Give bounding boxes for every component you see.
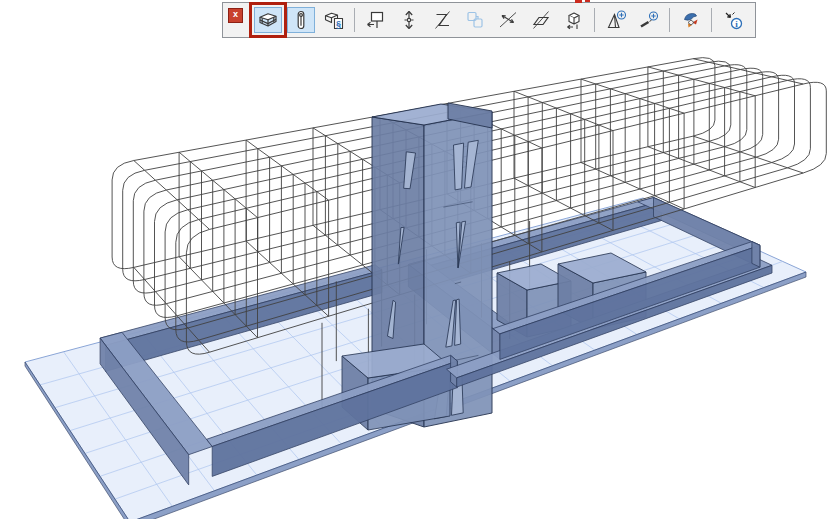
- pick-up-parameters-icon: i: [722, 9, 744, 31]
- magnify-solid-button[interactable]: [602, 7, 630, 33]
- elevate-button[interactable]: [395, 7, 423, 33]
- skew-button[interactable]: [527, 7, 555, 33]
- mirror-button[interactable]: [494, 7, 522, 33]
- workbench-tool-button[interactable]: [254, 7, 282, 33]
- magnify-line-icon: [638, 9, 660, 31]
- multiply-button: [461, 7, 489, 33]
- red-artifact: [575, 0, 582, 3]
- wall-end: [752, 242, 760, 268]
- svg-text:§: §: [335, 19, 340, 29]
- toolbar-separator: [669, 8, 670, 32]
- tower-window: [454, 143, 464, 190]
- multiply-icon: [464, 9, 486, 31]
- drag-a-copy-button[interactable]: [560, 7, 588, 33]
- elevate-icon: [398, 9, 420, 31]
- copy-settings-button[interactable]: §: [320, 7, 348, 33]
- column-tool-button[interactable]: [287, 7, 315, 33]
- visualization-button[interactable]: [677, 7, 705, 33]
- drag-button[interactable]: [362, 7, 390, 33]
- application-viewport: x § i: [0, 0, 829, 519]
- 3d-model-view[interactable]: [0, 0, 829, 519]
- rotate-button[interactable]: [428, 7, 456, 33]
- edit-elements-toolbar: x § i: [222, 2, 756, 38]
- rotate-icon: [431, 9, 453, 31]
- toolbar-separator: [711, 8, 712, 32]
- magnify-solid-icon: [605, 9, 627, 31]
- roof-beam: [648, 67, 755, 96]
- roof-beam: [693, 59, 803, 84]
- column-tool-icon: [290, 9, 312, 31]
- workbench-tool-icon: [257, 9, 279, 31]
- copy-settings-icon: §: [323, 9, 345, 31]
- magnify-line-button[interactable]: [635, 7, 663, 33]
- drag-icon: [365, 9, 387, 31]
- drag-a-copy-icon: [563, 9, 585, 31]
- visualization-icon: [680, 9, 702, 31]
- pick-up-parameters-button[interactable]: i: [719, 7, 747, 33]
- toolbar-separator: [354, 8, 355, 32]
- toolbar-separator: [594, 8, 595, 32]
- toolbar-close-button[interactable]: x: [228, 8, 243, 23]
- skew-icon: [530, 9, 552, 31]
- red-artifact: [585, 0, 590, 2]
- mirror-icon: [497, 9, 519, 31]
